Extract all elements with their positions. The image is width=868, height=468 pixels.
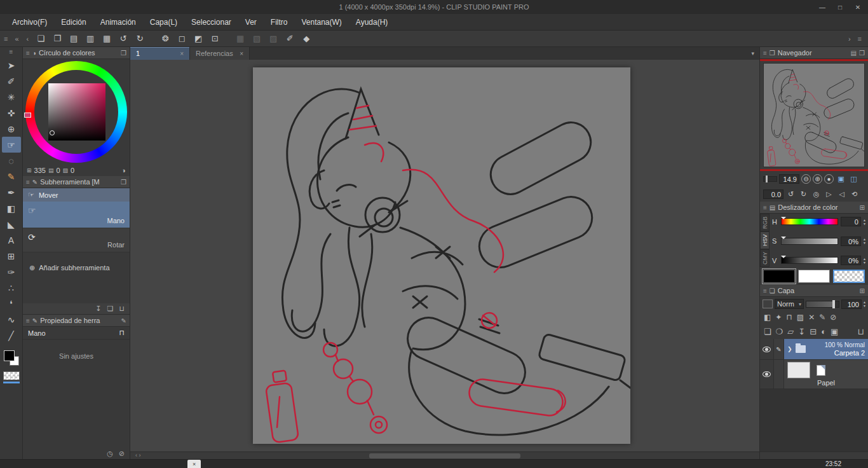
layer-panel-header[interactable]: ≡ ❏ Capa ⊞ [760, 285, 868, 297]
close-icon[interactable]: × [193, 461, 196, 467]
color-wheel-header[interactable]: ≡ ◑ Círculo de colores ❐ [23, 47, 130, 59]
expand-right-icon[interactable]: › [845, 35, 854, 43]
stepper-icon[interactable]: ▴▾ [864, 237, 865, 245]
airbrush-tool[interactable]: ∴ [2, 280, 21, 296]
select-area-button[interactable]: ❂ [158, 32, 173, 46]
white-color-swatch[interactable] [798, 270, 830, 283]
color-wheel[interactable] [23, 59, 130, 165]
invert-selection-button[interactable]: ◩ [191, 32, 206, 46]
layer-mask-icon[interactable]: ◐ [821, 327, 826, 336]
menu-item[interactable]: Capa(L) [143, 14, 184, 30]
tab-list-caret-icon[interactable]: ▾ [746, 47, 759, 60]
palette-menu-icon[interactable]: ≡ [26, 317, 30, 324]
canvas-document[interactable] [253, 67, 630, 444]
palette-menu-icon[interactable]: ≡ [763, 287, 767, 294]
black-color-swatch[interactable] [763, 270, 795, 283]
menu-item[interactable]: Archivo(F) [5, 14, 54, 30]
eraser-tool[interactable]: ╱ [2, 327, 21, 343]
transparent-color-swatch[interactable] [833, 270, 865, 283]
fit-to-window-button[interactable]: ◫ [848, 174, 859, 184]
undo-button[interactable]: ↺ [116, 32, 131, 46]
navigator-header[interactable]: ≡ ❐ Navegador ▤ ❐ [760, 47, 868, 59]
export-button[interactable]: ▦ [99, 32, 114, 46]
zoom-out-button[interactable]: ⊖ [801, 174, 811, 184]
horizontal-scroll-thumb[interactable] [369, 453, 520, 458]
drag-handle-icon[interactable]: ≡ [858, 35, 862, 43]
move-layer-tool[interactable]: ✜ [2, 105, 21, 121]
menu-item[interactable]: Ayuda(H) [349, 14, 395, 30]
enable-mask-icon[interactable]: ✕ [808, 313, 815, 322]
text-tool[interactable]: A [2, 232, 21, 248]
main-color-swatch[interactable] [4, 350, 15, 361]
expand-folder-icon[interactable]: ❯ [787, 346, 792, 352]
snap-to-ruler-button[interactable]: ▦ [233, 32, 248, 46]
zoom-tool[interactable]: ⊕ [2, 121, 21, 137]
maximize-button[interactable]: □ [831, 0, 849, 14]
pencil-tool[interactable]: ✎ [2, 169, 21, 184]
subtool-item-mano[interactable]: ☞ Mano [23, 202, 130, 228]
flip-vertical-button[interactable]: ◁ [836, 189, 847, 199]
crop-button[interactable]: ⊡ [207, 32, 222, 46]
gradient-tool[interactable]: ◣ [2, 216, 21, 232]
reference-layer-icon[interactable]: ✦ [775, 313, 782, 322]
flip-horizontal-button[interactable]: ▷ [824, 189, 834, 199]
layer-row-content[interactable]: ❯ 100 % Normal Carpeta 2 [784, 339, 868, 359]
value-slider-value[interactable]: 0% [841, 256, 861, 265]
menu-item[interactable]: Ver [238, 14, 264, 30]
minimized-palette-tab[interactable]: × [187, 460, 201, 468]
rotate-ccw-button[interactable]: ↺ [785, 189, 796, 199]
panel-popout-icon[interactable]: ❐ [859, 50, 865, 57]
navigator-preview-area[interactable] [760, 61, 868, 169]
value-slider[interactable] [781, 257, 838, 264]
save-copy-button[interactable]: ▥ [83, 32, 98, 46]
close-button[interactable]: ✕ [849, 0, 867, 14]
close-icon[interactable]: × [240, 50, 243, 57]
fill-tool[interactable]: ◧ [2, 200, 21, 216]
hand-tool[interactable]: ☞ [2, 137, 21, 153]
reset-view-button[interactable]: ⟲ [849, 189, 860, 199]
rotate-cw-button[interactable]: ↻ [798, 189, 809, 199]
redo-button[interactable]: ↻ [132, 32, 147, 46]
saturation-slider[interactable] [781, 238, 838, 245]
clip-to-layer-icon[interactable]: ◧ [764, 313, 771, 322]
layer-row-content[interactable]: Papel [784, 360, 868, 389]
toolbar-button[interactable]: | [224, 32, 231, 46]
close-icon[interactable]: × [180, 50, 184, 57]
save-document-button[interactable]: ▤ [66, 32, 81, 46]
hue-marker[interactable] [24, 113, 31, 118]
title-bar[interactable]: 1 (4000 x 4000px 350dpi 14.9%) - CLIP ST… [0, 0, 868, 14]
menu-item[interactable]: Animación [93, 14, 143, 30]
fill-settings-button[interactable]: ◆ [299, 32, 314, 46]
import-icon[interactable]: ↧ [95, 305, 101, 313]
sv-marker[interactable] [50, 130, 55, 135]
duplicate-icon[interactable]: ❏ [107, 305, 114, 313]
layer-visibility-cell[interactable] [760, 339, 774, 359]
new-layer-icon[interactable]: ❏ [764, 327, 771, 336]
layer-thumbnail[interactable] [787, 362, 810, 378]
menu-item[interactable]: Filtro [264, 14, 295, 30]
new-settings-layer-icon[interactable]: ❍ [776, 327, 783, 336]
layer-color-icon[interactable] [763, 299, 773, 308]
main-sub-color-swatches[interactable] [3, 350, 20, 366]
trash-icon[interactable]: ⊔ [119, 305, 125, 313]
canvas-viewport[interactable] [130, 60, 759, 451]
menu-item[interactable]: Seleccionar [184, 14, 238, 30]
saturation-value-square[interactable] [48, 83, 105, 141]
selection-tool[interactable]: ◌ [2, 153, 21, 169]
stick-of-paint-button[interactable]: ✐ [282, 32, 297, 46]
tab-cmy[interactable]: CMY [760, 249, 770, 267]
reset-rotation-button[interactable]: ◎ [811, 189, 822, 199]
eyedropper-tool[interactable]: ✐ [2, 73, 21, 89]
frame-border-tool[interactable]: ⊞ [2, 248, 21, 264]
auto-select-tool[interactable]: ✳ [2, 89, 21, 105]
open-file-button[interactable]: ❐ [50, 32, 65, 46]
hue-slider[interactable] [781, 218, 838, 225]
layer-row-carpeta-2[interactable]: ✎ ❯ 100 % Normal Carpeta 2 [760, 339, 868, 360]
collapse-left-icon[interactable]: « [11, 35, 22, 43]
blend-tool[interactable]: ❛ [2, 296, 21, 312]
toolbar-button[interactable]: | [149, 32, 156, 46]
history-clock-icon[interactable]: ◷ [107, 450, 113, 458]
zoom-100-button[interactable]: ● [824, 174, 834, 184]
canvas-tab-referencias[interactable]: Referencias × [190, 47, 250, 60]
color-slider-header[interactable]: ≡ ▤ Deslizador de color ⊞ [760, 202, 868, 214]
